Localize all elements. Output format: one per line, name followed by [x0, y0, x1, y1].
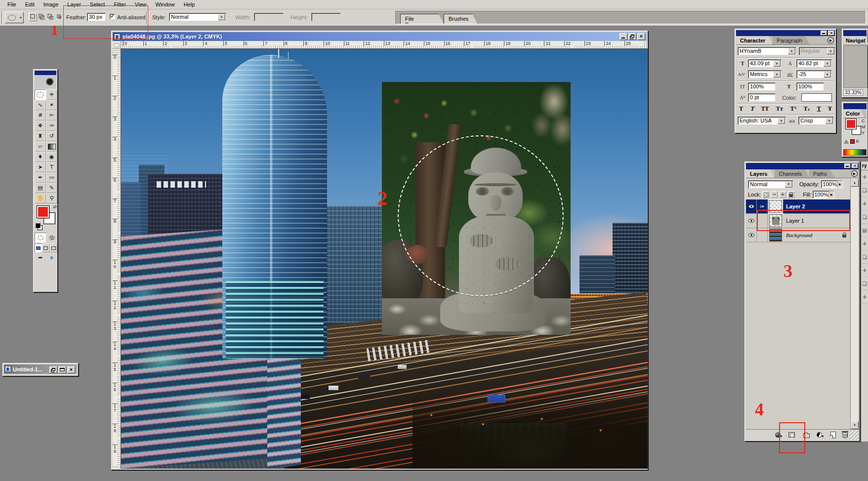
tool-history-brush[interactable]: ↺ [46, 131, 57, 141]
scroll-down-icon[interactable]: ▼ [851, 421, 859, 429]
height-input[interactable] [311, 13, 341, 21]
lock-all-button[interactable] [787, 191, 794, 198]
h-ic-8[interactable]: ❏ [861, 277, 868, 290]
foreground-color-swatch[interactable] [37, 206, 49, 218]
font-family-dropdown[interactable]: HYnamB▼ [738, 47, 796, 55]
vertical-ruler[interactable]: 012345678910111213141516171819 [113, 49, 121, 469]
palette-menu-icon[interactable]: ▶ [851, 170, 858, 177]
layer-thumbnail[interactable] [769, 214, 782, 227]
tab-file-browser[interactable]: File Browser [400, 14, 444, 24]
selection-intersect-button[interactable] [55, 13, 64, 21]
blend-mode-dropdown[interactable]: Normal ▼ [748, 180, 793, 189]
tool-eraser[interactable]: ▱ [35, 141, 46, 152]
subscript-button[interactable]: T₁ [803, 106, 811, 112]
elliptical-selection-marquee[interactable] [398, 135, 564, 296]
resize-grip[interactable] [850, 430, 859, 440]
tab-history-partial[interactable]: ry [861, 161, 868, 170]
tool-healing-brush[interactable]: ❖ [35, 120, 46, 131]
close-button[interactable]: × [828, 31, 834, 36]
current-tool-dropdown[interactable]: ▼ [5, 12, 24, 23]
feather-input[interactable]: 30 px [87, 13, 106, 21]
document-title-bar[interactable]: pla04048.jpg @ 33,3% (Layer 2, CMYK) × [113, 32, 647, 41]
tool-dodge[interactable]: ◉ [46, 152, 57, 162]
visibility-eye-icon[interactable] [746, 214, 757, 228]
superscript-button[interactable]: T¹ [789, 106, 798, 112]
standard-screen-button[interactable] [35, 243, 42, 252]
layer-name[interactable]: Layer 1 [786, 218, 804, 224]
horizontal-scale-input[interactable]: 100% [796, 82, 824, 91]
color-ramp[interactable] [843, 149, 867, 156]
layer-row-background[interactable]: Background [746, 228, 850, 242]
tool-move[interactable]: ✛ [46, 89, 57, 100]
add-layer-mask-button[interactable] [785, 431, 797, 440]
fullscreen-menu-button[interactable] [42, 243, 49, 252]
default-colors-icon[interactable] [36, 223, 42, 230]
minimized-document-window[interactable]: Untitled-1... × [2, 363, 79, 376]
restore-button[interactable] [49, 366, 57, 373]
new-layer-button[interactable] [827, 431, 839, 440]
chevron-down-icon[interactable]: ▼ [773, 71, 781, 78]
restore-button[interactable] [628, 33, 636, 40]
swap-colors-icon[interactable]: ⇄ [53, 204, 57, 209]
tool-notes[interactable]: ▤ [35, 183, 46, 193]
horizontal-ruler[interactable]: 0123456789101112131415161718192021222324… [121, 41, 648, 49]
visibility-eye-icon[interactable] [746, 200, 757, 214]
paint-indicator-icon[interactable]: ✑ [757, 200, 768, 214]
fullscreen-button[interactable] [50, 243, 57, 252]
menu-item-3[interactable]: Layer [63, 0, 85, 8]
navigator-zoom-value[interactable]: 33.33% [843, 89, 863, 96]
text-color-swatch[interactable] [801, 93, 832, 102]
tool-clone-stamp[interactable]: ♜ [35, 131, 46, 141]
style-dropdown[interactable]: Normal ▼ [169, 13, 226, 21]
tool-slice[interactable]: ✄ [46, 110, 57, 120]
h-ic-5[interactable]: ✛ [861, 237, 868, 250]
menu-item-4[interactable]: Select [85, 0, 110, 8]
minimize-button[interactable] [844, 163, 851, 168]
close-button[interactable]: × [67, 366, 75, 373]
menu-item-6[interactable]: View [130, 0, 151, 8]
toolbox-title-bar[interactable] [35, 71, 56, 75]
spinner-icon[interactable]: ▶ [828, 191, 834, 198]
link-cell[interactable] [757, 228, 768, 242]
scroll-up-icon[interactable]: ▲ [851, 179, 859, 187]
chevron-down-icon[interactable]: ▼ [824, 60, 831, 67]
underline-button[interactable]: T [816, 106, 822, 112]
spinner-icon[interactable]: ▶ [837, 181, 842, 188]
h-ic-1[interactable]: ❏ [861, 184, 868, 197]
h-ic-7[interactable]: ✛ [861, 264, 868, 277]
font-size-input[interactable]: 43.09 pt▼ [748, 59, 782, 68]
tool-elliptical-marquee[interactable] [35, 89, 46, 100]
pasted-statue-layer[interactable] [382, 82, 571, 335]
tool-blur[interactable]: ♦ [35, 152, 46, 162]
navigator-preview[interactable] [843, 45, 868, 88]
vertical-scale-input[interactable]: 100% [748, 82, 776, 91]
menu-item-0[interactable]: File [3, 0, 21, 8]
leading-input[interactable]: 40.82 pt▼ [796, 59, 832, 68]
italic-button[interactable]: T [749, 106, 755, 112]
h-ic-9[interactable]: ✛ [861, 290, 868, 304]
tab-paths[interactable]: Paths [809, 169, 834, 178]
tool-brush[interactable]: ✑ [46, 120, 57, 131]
close-button[interactable]: × [637, 33, 645, 40]
language-dropdown[interactable]: English: USA▼ [738, 117, 786, 125]
chevron-down-icon[interactable]: ▼ [826, 118, 833, 124]
chevron-down-icon[interactable]: ▼ [773, 60, 781, 67]
tool-type[interactable]: T [46, 162, 57, 172]
menu-item-8[interactable]: Help [179, 0, 200, 8]
ruler-origin[interactable] [113, 41, 121, 49]
menu-item-1[interactable]: Edit [21, 0, 39, 8]
tool-shape[interactable]: ▭ [46, 172, 57, 183]
fill-input[interactable]: 100% ▶ [813, 191, 834, 199]
bold-button[interactable]: T [738, 106, 744, 112]
tool-magic-wand[interactable]: ✶ [46, 100, 57, 110]
selection-new-button[interactable] [29, 13, 37, 21]
lock-transparency-button[interactable] [762, 191, 769, 198]
layers-scrollbar[interactable]: ▲ ▼ [850, 179, 859, 429]
layer-thumbnail[interactable] [769, 229, 782, 241]
tool-pen[interactable]: ✒ [35, 172, 46, 183]
tab-navigator[interactable]: Navigat [843, 36, 868, 44]
tab-color[interactable]: Color [843, 109, 865, 118]
chevron-down-icon[interactable]: ▼ [788, 48, 795, 54]
palette-title-bar[interactable] [843, 30, 867, 36]
close-button[interactable]: × [852, 163, 858, 168]
